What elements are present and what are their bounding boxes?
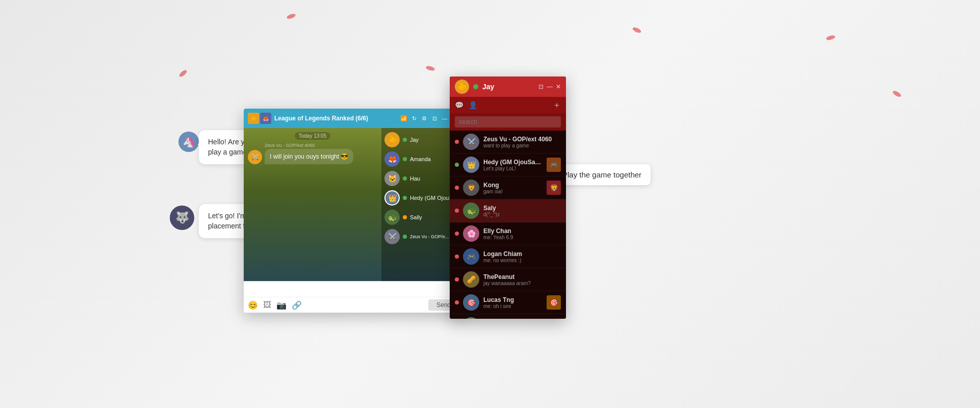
photo-icon[interactable]: 📷 [276,300,287,310]
avatar-letsgo: 🐺 [170,206,194,230]
friend-avatar-logan: 🎮 [463,248,479,265]
friend-name-zeus: Zeus Vu - GOP/ext 4060 [483,136,561,143]
friend-name-lucas: Lucas Tng [483,296,543,303]
friend-name-peanut: ThePeanut [483,273,561,280]
friend-kong[interactable]: 🦁 Kong gam xia! 🦁 [450,176,566,199]
friend-status-text-peanut: jay wanaaaaa aram? [483,280,561,286]
friend-zeus[interactable]: ⚔️ Zeus Vu - GOP/ext 4060 want to play a… [450,131,566,154]
message-text: I will join you ouys tonight 😎 [270,153,348,160]
friend-avatar-saly: 🐢 [463,202,479,219]
chat-icon-refresh[interactable]: ↻ [410,114,418,122]
friend-thumb-hedy: 🎮 [547,158,561,172]
chat-footer: 😊 🖼 📷 🔗 Send [244,281,463,313]
message-sender: Zeus Vu - GOP/ext 4060 [265,143,353,148]
friends-add-icon[interactable]: ＋ [553,100,561,111]
friend-hedy[interactable]: 👑 Hedy (GM OjouSama) Let's play LoL! 🎮 [450,154,566,176]
friends-chat-icon[interactable]: 💬 [455,101,463,109]
link-icon[interactable]: 🔗 [292,300,302,310]
friend-info-logan: Logan Chiam me: no worries :) [483,250,561,263]
friend-name-logan: Logan Chiam [483,250,561,258]
participant-avatar-amanda: 🦊 [384,151,400,167]
friend-info-saly: Saly d(^_^)z [483,205,561,217]
chat-icon-settings[interactable]: ⚙ [420,114,428,122]
friend-info-peanut: ThePeanut jay wanaaaaa aram? [483,273,561,286]
friends-toolbar: 💬 👤 ＋ [450,97,566,113]
friends-icon-close[interactable]: ✕ [556,83,561,90]
participant-avatar-jay: 🐤 [384,132,400,147]
friend-status-peanut [455,277,459,282]
friends-icon-square[interactable]: ⊡ [538,83,544,90]
friends-header-controls: ⊡ — ✕ [538,83,561,90]
friend-lucas[interactable]: 🎯 Lucas Tng me: oh i see 🎯 [450,291,566,314]
friends-user-icon[interactable]: 👤 [469,101,477,109]
tooltip-play-text: Play the game together [562,170,641,179]
participant-sally: 🐢 Sally [384,210,460,225]
status-hedy [403,196,407,200]
participant-hedy: 👑 Hedy (GM OjouS... [384,190,460,206]
friends-icon-minus[interactable]: — [547,83,553,90]
message-row: ⚔️ Zeus Vu - GOP/ext 4060 I will join yo… [248,143,377,164]
friend-dodo[interactable]: 🌼 dodomira Where shall we meet? [450,314,566,319]
friend-elly[interactable]: 🌸 Elly Chan me: Yeah 6.9 [450,222,566,245]
friend-avatar-zeus: ⚔️ [463,134,479,150]
chat-window: 🐤 🦊 League of Legends Ranked (6/6) 📶 ↻ ⚙… [244,109,463,313]
chat-messages: Today 13:05 ⚔️ Zeus Vu - GOP/ext 4060 I … [244,128,381,281]
friend-info-hedy: Hedy (GM OjouSama) Let's play LoL! [483,159,543,171]
tooltip-play: Play the game together [553,164,651,185]
friend-peanut[interactable]: 🥜 ThePeanut jay wanaaaaa aram? [450,268,566,291]
chat-input[interactable] [248,284,459,295]
friend-thumb-kong: 🦁 [547,181,561,195]
friend-avatar-peanut: 🥜 [463,271,479,288]
friend-status-text-lucas: me: oh i see [483,303,543,309]
friend-avatar-dodo: 🌼 [463,317,479,319]
participant-zeus: ⚔️ Zeus Vu - GOP/e... [384,229,460,244]
friend-name-hedy: Hedy (GM OjouSama) [483,159,543,166]
friends-username: Jay [482,83,534,91]
chat-body: Today 13:05 ⚔️ Zeus Vu - GOP/ext 4060 I … [244,128,463,281]
friend-info-elly: Elly Chan me: Yeah 6.9 [483,227,561,240]
friend-status-saly [455,209,459,213]
participant-hau: 🐱 Hau [384,171,460,186]
status-zeus [403,235,407,239]
friend-status-kong [455,186,459,190]
status-sally [403,215,407,219]
participant-avatar-zeus: ⚔️ [384,229,400,244]
friend-status-text-saly: d(^_^)z [483,212,561,217]
chat-input-row [244,281,463,297]
timestamp: Today 13:05 [295,132,331,140]
friend-name-saly: Saly [483,205,561,212]
message-bubble: I will join you ouys tonight 😎 [265,149,353,164]
friend-name-elly: Elly Chan [483,227,561,235]
friends-user-avatar: 🐤 [455,80,469,94]
status-hau [403,176,407,181]
friend-status-text-logan: me: no worries :) [483,258,561,263]
friends-list: ⚔️ Zeus Vu - GOP/ext 4060 want to play a… [450,131,566,319]
friend-name-kong: Kong [483,182,543,189]
image-icon[interactable]: 🖼 [263,300,271,310]
status-amanda [403,157,407,161]
friend-avatar-kong: 🦁 [463,180,479,196]
chat-icon-signal[interactable]: 📶 [400,114,408,122]
friend-status-text-hedy: Let's play LoL! [483,166,543,171]
friend-status-zeus [455,140,459,144]
chat-title: League of Legends Ranked (6/6) [274,115,397,122]
friend-saly[interactable]: 🐢 Saly d(^_^)z [450,199,566,222]
participant-avatar-hedy: 👑 [384,190,400,206]
friend-logan[interactable]: 🎮 Logan Chiam me: no worries :) [450,245,566,268]
chat-icon-expand[interactable]: ⊡ [430,114,439,122]
friend-status-text-kong: gam xia! [483,189,543,194]
friend-status-hedy [455,163,459,167]
friend-info-zeus: Zeus Vu - GOP/ext 4060 want to play a ga… [483,136,561,148]
chat-toolbar: 😊 🖼 📷 🔗 Send [244,297,463,313]
friend-avatar-elly: 🌸 [463,225,479,242]
friend-status-elly [455,232,459,236]
friends-window: 🐤 Jay ⊡ — ✕ 💬 👤 ＋ ⚔️ Zeus Vu - GOP/ext 4… [450,76,566,319]
friend-status-logan [455,254,459,259]
friends-search-input[interactable] [455,116,561,128]
friend-info-lucas: Lucas Tng me: oh i see [483,296,543,309]
chat-icon-minimize[interactable]: — [441,114,449,122]
emoji-icon[interactable]: 😊 [248,300,258,310]
friend-status-lucas [455,300,459,304]
participant-avatar-hau: 🐱 [384,171,400,186]
participant-avatar-sally: 🐢 [384,210,400,225]
